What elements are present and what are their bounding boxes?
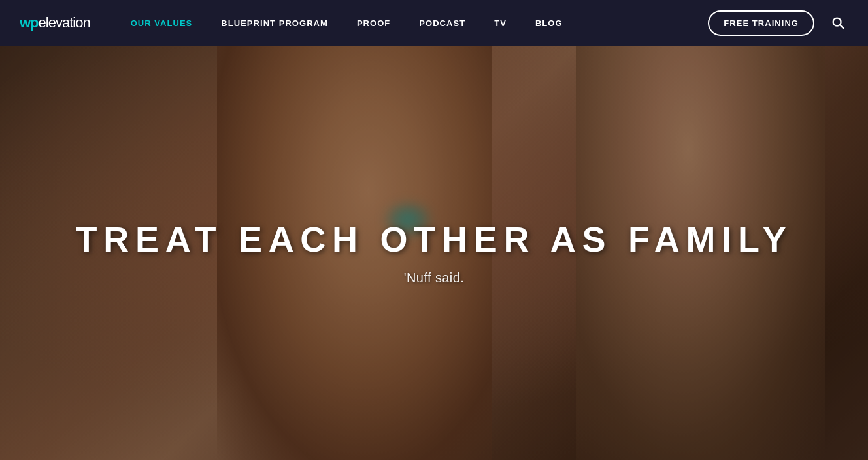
hero-section: TREAT EACH OTHER AS FAMILY 'Nuff said. <box>0 46 868 460</box>
site-logo[interactable]: wpelevation <box>20 14 90 31</box>
nav-item-our-values[interactable]: OUR VALUES <box>116 0 207 46</box>
logo-elevation: elevation <box>39 14 90 31</box>
search-icon <box>831 16 845 30</box>
navbar: wpelevation OUR VALUES BLUEPRINT PROGRAM… <box>0 0 868 46</box>
logo-wp: wp <box>20 14 39 31</box>
nav-right: FREE TRAINING <box>708 10 848 36</box>
nav-item-blog[interactable]: BLOG <box>521 0 577 46</box>
hero-title: TREAT EACH OTHER AS FAMILY <box>76 220 793 259</box>
hero-content: TREAT EACH OTHER AS FAMILY 'Nuff said. <box>63 207 806 299</box>
nav-item-blueprint-program[interactable]: BLUEPRINT PROGRAM <box>207 0 342 46</box>
svg-line-1 <box>840 25 844 29</box>
nav-item-tv[interactable]: TV <box>480 0 521 46</box>
search-button[interactable] <box>827 12 848 33</box>
free-training-button[interactable]: FREE TRAINING <box>708 10 814 36</box>
nav-links: OUR VALUES BLUEPRINT PROGRAM PROOF PODCA… <box>116 0 709 46</box>
nav-item-podcast[interactable]: PODCAST <box>405 0 480 46</box>
hero-subtitle: 'Nuff said. <box>76 271 793 286</box>
nav-item-proof[interactable]: PROOF <box>342 0 405 46</box>
svg-point-0 <box>833 18 841 26</box>
